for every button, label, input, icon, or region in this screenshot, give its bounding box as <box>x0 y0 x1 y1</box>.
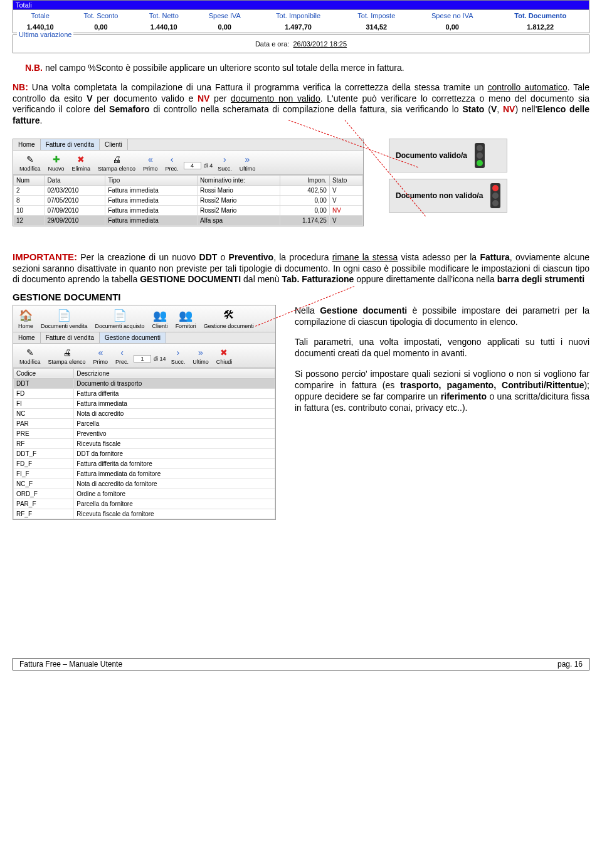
next-icon: › <box>218 153 231 166</box>
people-icon: 👥 <box>152 308 167 323</box>
tab-home2[interactable]: Home <box>13 332 41 343</box>
nonvalido-panel: Documento non valido/a <box>389 179 507 213</box>
gestione-documenti-heading: GESTIONE DOCUMENTI <box>13 292 589 302</box>
tab-gestdoc[interactable]: Gestione documenti <box>100 332 166 343</box>
col-totale: Totale <box>13 10 67 21</box>
print-icon: 🖨 <box>110 153 123 166</box>
table-row[interactable]: FIFattura immediata <box>14 398 275 408</box>
col-sconto: Tot. Sconto <box>67 10 134 21</box>
print-icon: 🖨 <box>61 346 73 359</box>
of-label: di 14 <box>154 356 166 362</box>
gd-description: Nella Gestione documenti è possibile imp… <box>295 305 589 423</box>
docacquisto-button[interactable]: 📄Documenti acquisto <box>92 307 149 331</box>
prec-button[interactable]: ‹Prec. <box>112 345 132 366</box>
totals-panel: Totali Totale Tot. Sconto Tot. Netto Spe… <box>13 0 589 33</box>
prev-icon: ‹ <box>166 153 178 166</box>
valido-panel: Documento valido/a <box>389 139 507 172</box>
home-button[interactable]: 🏠Home <box>14 307 37 331</box>
table-row[interactable]: 1007/09/2010Fattura immediataRossi2 Mari… <box>14 206 363 216</box>
pencil-icon: ✎ <box>24 153 36 166</box>
fornitori-button[interactable]: 👥Fornitori <box>172 307 200 331</box>
ultima-variazione-panel: Ultima variazione Data e ora: 26/03/2012… <box>13 34 589 53</box>
val-documento: 1.812,22 <box>492 21 589 33</box>
docvendita-button[interactable]: 📄Documenti vendita <box>37 307 92 331</box>
val-netto: 1.440,10 <box>134 21 193 33</box>
prec-button[interactable]: ‹Prec. <box>162 152 182 173</box>
table-row[interactable]: PREPreventivo <box>14 428 275 438</box>
page-input[interactable] <box>134 355 151 363</box>
table-row[interactable]: NC_FNota di accredito da fornitore <box>14 479 275 489</box>
footer-right: pag. 16 <box>557 660 583 669</box>
people-icon: 👥 <box>178 308 193 323</box>
close-icon: ✖ <box>218 346 230 359</box>
nuovo-button[interactable]: ✚Nuovo <box>45 152 68 173</box>
succ-button[interactable]: ›Succ. <box>167 345 189 366</box>
dataora-label: Data e ora: <box>255 40 289 48</box>
col-speseiva: Spese IVA <box>193 10 256 21</box>
ultimo-button[interactable]: »Ultimo <box>236 152 260 173</box>
docs-icon: 📄 <box>112 308 127 323</box>
col-spesenoiva: Spese no IVA <box>413 10 492 21</box>
tab-fatture2[interactable]: Fatture di vendita <box>41 332 100 343</box>
footer-left: Fattura Free – Manuale Utente <box>19 660 122 669</box>
ultima-label: Ultima variazione <box>17 31 73 38</box>
delete-icon: ✖ <box>75 153 87 166</box>
page-input[interactable] <box>184 162 201 169</box>
table-row[interactable]: RFRicevuta fiscale <box>14 438 275 448</box>
last-icon: » <box>241 153 253 166</box>
traffic-light-icon <box>475 143 485 168</box>
val-sconto: 0,00 <box>67 21 134 33</box>
tab-home[interactable]: Home <box>13 139 41 150</box>
totals-title: Totali <box>13 1 589 10</box>
tab-fatture[interactable]: Fatture di vendita <box>41 139 100 150</box>
table-row-selected[interactable]: DDTDocumento di trasporto <box>14 378 275 388</box>
fatture-window: Home Fatture di vendita Clienti ✎Modific… <box>13 139 364 226</box>
primo-button[interactable]: «Primo <box>139 152 162 173</box>
primo-button[interactable]: «Primo <box>90 345 112 366</box>
table-row[interactable]: PARParcella <box>14 418 275 428</box>
tab-clienti[interactable]: Clienti <box>100 139 128 150</box>
table-row[interactable]: 202/03/2010Fattura immediataRossi Mario4… <box>14 186 363 196</box>
table-row[interactable]: FD_FFattura differita da fornitore <box>14 458 275 468</box>
nb-line: N.B. nel campo %Sconto è possibile appli… <box>25 63 577 73</box>
table-row[interactable]: DDT_FDDT da fornitore <box>14 448 275 458</box>
prev-icon: ‹ <box>116 346 129 359</box>
table-row[interactable]: PAR_FParcella da fornitore <box>14 499 275 509</box>
chiudi-button[interactable]: ✖Chiudi <box>213 345 236 366</box>
col-netto: Tot. Netto <box>134 10 193 21</box>
val-imponibile: 1.497,70 <box>256 21 341 33</box>
of-label: di 4 <box>204 162 213 169</box>
dataora-value: 26/03/2012 18:25 <box>293 40 347 48</box>
val-spesenoiva: 0,00 <box>413 21 492 33</box>
main-paragraph: NB: Una volta completata la compilazione… <box>13 82 589 126</box>
val-speseiva: 0,00 <box>193 21 256 33</box>
valido-label: Documento valido/a <box>396 151 467 160</box>
modifica-button[interactable]: ✎Modifica <box>16 345 45 366</box>
elimina-button[interactable]: ✖Elimina <box>68 152 95 173</box>
first-icon: « <box>94 346 107 359</box>
table-row[interactable]: FI_FFattura immediata da fornitore <box>14 468 275 479</box>
traffic-light-icon <box>490 183 500 208</box>
home-icon: 🏠 <box>18 308 33 323</box>
first-icon: « <box>144 153 157 166</box>
table-row[interactable]: 807/05/2010Fattura immediataRossi2 Mario… <box>14 196 363 206</box>
gestdoc-button[interactable]: 🛠Gestione documenti <box>200 307 258 331</box>
stampa-button[interactable]: 🖨Stampa elenco <box>94 152 139 173</box>
fatture-grid: Num Data Tipo Nominativo inte: Impon. St… <box>13 175 363 226</box>
col-imposte: Tot. Imposte <box>341 10 413 21</box>
table-row-selected[interactable]: 1229/09/2010Fattura immediataAlfa spa1.1… <box>14 216 363 226</box>
clienti-button[interactable]: 👥Clienti <box>149 307 172 331</box>
last-icon: » <box>194 346 207 359</box>
plus-icon: ✚ <box>50 153 63 166</box>
table-row[interactable]: FDFattura differita <box>14 388 275 398</box>
modifica-button[interactable]: ✎Modifica <box>16 152 45 173</box>
ultimo-button[interactable]: »Ultimo <box>189 345 213 366</box>
table-row[interactable]: NCNota di accredito <box>14 408 275 418</box>
succ-button[interactable]: ›Succ. <box>214 152 236 173</box>
col-documento: Tot. Documento <box>492 10 589 21</box>
page-footer: Fattura Free – Manuale Utente pag. 16 <box>13 658 589 670</box>
tools-icon: 🛠 <box>221 308 236 323</box>
table-row[interactable]: ORD_FOrdine a fornitore <box>14 489 275 499</box>
table-row[interactable]: RF_FRicevuta fiscale da fornitore <box>14 509 275 519</box>
stampa-button[interactable]: 🖨Stampa elenco <box>45 345 90 366</box>
